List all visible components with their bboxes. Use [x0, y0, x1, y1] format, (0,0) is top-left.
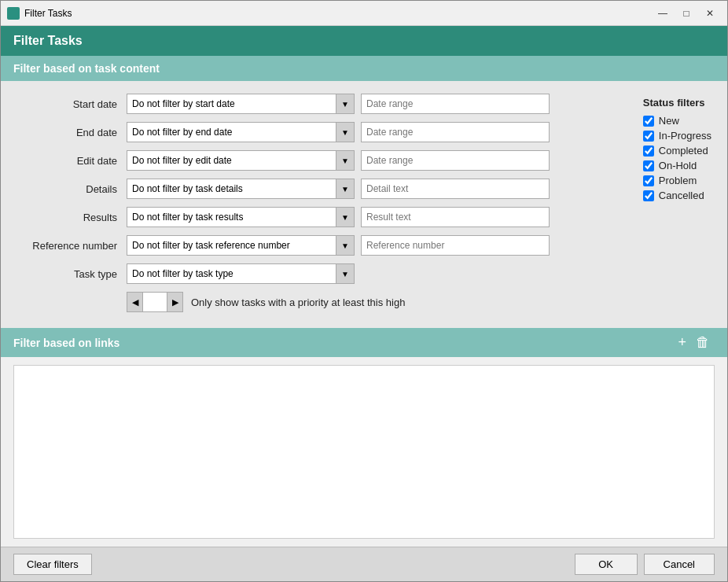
- ok-button[interactable]: OK: [575, 554, 638, 575]
- links-section-title: Filter based on links: [13, 337, 673, 349]
- task-section-header: Filter based on task content: [1, 56, 727, 81]
- dialog-title: Filter Tasks: [13, 34, 83, 47]
- links-section-header: Filter based on links + 🗑: [1, 328, 727, 357]
- status-filters-area: Status filters New In-Progress Completed: [620, 94, 711, 315]
- add-link-button[interactable]: +: [673, 334, 691, 351]
- close-button[interactable]: ✕: [699, 5, 721, 22]
- results-input[interactable]: [361, 207, 550, 227]
- links-area: [13, 365, 715, 539]
- task-filter-area: Start date Do not filter by start date ▼…: [1, 81, 727, 328]
- status-completed-label: Completed: [659, 145, 708, 157]
- window-controls: — □ ✕: [652, 5, 721, 22]
- status-cancelled-checkbox[interactable]: [643, 190, 654, 201]
- results-row: Results Do not filter by task results ▼: [17, 207, 620, 227]
- priority-decrease-button[interactable]: ◀: [127, 293, 143, 311]
- start-date-select-wrap: Do not filter by start date ▼: [127, 94, 355, 114]
- status-problem-checkbox[interactable]: [643, 175, 654, 186]
- task-type-label: Task type: [17, 268, 127, 280]
- priority-row: ◀ 9 ▶ Only show tasks with a priority at…: [17, 292, 620, 312]
- status-completed-checkbox[interactable]: [643, 146, 654, 157]
- end-date-select[interactable]: Do not filter by end date: [127, 122, 355, 142]
- start-date-input[interactable]: [361, 94, 550, 114]
- edit-date-select-wrap: Do not filter by edit date ▼: [127, 150, 355, 171]
- details-input[interactable]: [361, 179, 550, 199]
- details-select-wrap: Do not filter by task details ▼: [127, 179, 355, 199]
- status-problem-label: Problem: [659, 175, 697, 186]
- status-new-label: New: [659, 115, 679, 127]
- status-new-checkbox[interactable]: [643, 116, 654, 127]
- dialog-header: Filter Tasks: [1, 26, 727, 56]
- details-select[interactable]: Do not filter by task details: [127, 179, 355, 199]
- task-type-select-wrap: Do not filter by task type ▼: [127, 263, 355, 284]
- start-date-select[interactable]: Do not filter by start date: [127, 94, 355, 114]
- maximize-button[interactable]: □: [675, 5, 697, 22]
- reference-number-row: Reference number Do not filter by task r…: [17, 235, 620, 256]
- status-filters-list: Status filters New In-Progress Completed: [643, 97, 711, 201]
- add-icon: +: [678, 334, 686, 351]
- priority-value[interactable]: 9: [143, 297, 167, 308]
- reference-number-label: Reference number: [17, 240, 127, 252]
- edit-date-label: Edit date: [17, 155, 127, 167]
- delete-icon: 🗑: [696, 334, 710, 351]
- footer-left: Clear filters: [13, 554, 575, 575]
- delete-link-button[interactable]: 🗑: [691, 334, 715, 351]
- start-date-row: Start date Do not filter by start date ▼: [17, 94, 620, 114]
- footer: Clear filters OK Cancel: [1, 547, 727, 581]
- priority-description: Only show tasks with a priority at least…: [191, 297, 405, 308]
- edit-date-select[interactable]: Do not filter by edit date: [127, 150, 355, 171]
- reference-number-select[interactable]: Do not filter by task reference number: [127, 235, 355, 256]
- status-problem: Problem: [643, 175, 711, 186]
- status-cancelled: Cancelled: [643, 190, 711, 201]
- footer-right: OK Cancel: [575, 554, 715, 575]
- clear-filters-button[interactable]: Clear filters: [13, 554, 92, 575]
- status-inprogress-checkbox[interactable]: [643, 131, 654, 142]
- edit-date-input[interactable]: [361, 150, 550, 171]
- filter-fields: Start date Do not filter by start date ▼…: [17, 94, 620, 315]
- status-onhold-label: On-Hold: [659, 160, 697, 171]
- title-bar-text: Filter Tasks: [24, 8, 652, 19]
- end-date-input[interactable]: [361, 122, 550, 142]
- status-onhold: On-Hold: [643, 160, 711, 171]
- details-label: Details: [17, 183, 127, 195]
- task-type-row: Task type Do not filter by task type ▼: [17, 263, 620, 284]
- end-date-row: End date Do not filter by end date ▼: [17, 122, 620, 142]
- results-label: Results: [17, 212, 127, 223]
- priority-increase-button[interactable]: ▶: [167, 293, 182, 311]
- status-filters-title: Status filters: [643, 97, 711, 109]
- results-select-wrap: Do not filter by task results ▼: [127, 207, 355, 227]
- status-inprogress-label: In-Progress: [659, 130, 711, 142]
- end-date-label: End date: [17, 127, 127, 138]
- app-icon: [7, 7, 20, 20]
- start-date-label: Start date: [17, 98, 127, 110]
- dialog-content: Filter based on task content Start date …: [1, 56, 727, 547]
- priority-spinner: ◀ 9 ▶: [127, 292, 183, 312]
- task-type-select[interactable]: Do not filter by task type: [127, 263, 355, 284]
- minimize-button[interactable]: —: [652, 5, 674, 22]
- edit-date-row: Edit date Do not filter by edit date ▼: [17, 150, 620, 171]
- reference-number-input[interactable]: [361, 235, 550, 256]
- status-new: New: [643, 115, 711, 127]
- status-cancelled-label: Cancelled: [659, 190, 704, 201]
- status-onhold-checkbox[interactable]: [643, 160, 654, 171]
- status-completed: Completed: [643, 145, 711, 157]
- details-row: Details Do not filter by task details ▼: [17, 179, 620, 199]
- top-section: Start date Do not filter by start date ▼…: [17, 94, 711, 315]
- cancel-button[interactable]: Cancel: [644, 554, 715, 575]
- main-window: Filter Tasks — □ ✕ Filter Tasks Filter b…: [0, 0, 728, 582]
- status-inprogress: In-Progress: [643, 130, 711, 142]
- reference-number-select-wrap: Do not filter by task reference number ▼: [127, 235, 355, 256]
- results-select[interactable]: Do not filter by task results: [127, 207, 355, 227]
- end-date-select-wrap: Do not filter by end date ▼: [127, 122, 355, 142]
- title-bar: Filter Tasks — □ ✕: [1, 1, 727, 26]
